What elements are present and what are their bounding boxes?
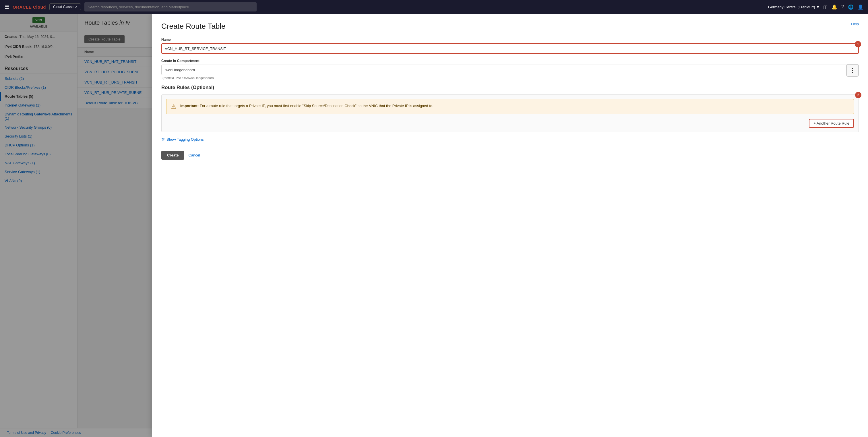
nav-icons: ◫ 🔔 ? 🌐 👤 [823,4,863,10]
globe-icon[interactable]: 🌐 [848,4,854,10]
route-rules-section: ⚠ Important: For a route rule that targe… [161,94,859,132]
name-input[interactable] [161,43,859,54]
tagging-icon: ⚒ [161,137,165,142]
important-alert: ⚠ Important: For a route rule that targe… [166,99,854,114]
modal-header: Create Route Table Help [161,22,859,31]
region-selector[interactable]: Germany Central (Frankfurt) ▼ [768,5,820,9]
help-icon[interactable]: ? [841,4,844,9]
user-avatar[interactable]: 👤 [858,4,863,10]
name-label: Name [161,38,859,42]
compartment-hint: (root)/NETWORK/IwanHoogendoorn [161,76,859,80]
chevron-down-icon: ▼ [816,5,820,9]
create-route-table-modal: Create Route Table Help Name 1 Create In… [152,14,868,437]
step-2-badge: 2 [855,92,861,98]
compartment-form-group: Create In Compartment IwanHoogendoorn (r… [161,59,859,80]
hamburger-menu[interactable]: ☰ [5,4,9,10]
nav-right: Germany Central (Frankfurt) ▼ ◫ 🔔 ? 🌐 👤 [768,4,863,10]
compartment-label: Create In Compartment [161,59,859,63]
modal-actions: Create Cancel [161,151,859,160]
add-rule-row: + Another Route Rule [166,119,854,128]
modal-help-link[interactable]: Help [851,22,859,26]
name-form-group: Name 1 [161,38,859,54]
top-navigation: ☰ ORACLE Cloud Cloud Classic > Germany C… [0,0,868,14]
warning-icon: ⚠ [171,103,176,110]
cancel-button[interactable]: Cancel [188,153,200,157]
step-1-badge: 1 [855,41,861,48]
cloud-classic-button[interactable]: Cloud Classic > [50,3,81,10]
show-tagging-link[interactable]: ⚒ Show Tagging Options [161,137,859,142]
route-rules-title: Route Rules (Optional) [161,85,859,90]
create-button[interactable]: Create [161,151,184,160]
compartment-grid-icon[interactable]: ⋮ [846,64,859,77]
oracle-logo: ORACLE Cloud [12,5,46,9]
terminal-icon[interactable]: ◫ [823,4,828,10]
search-input[interactable] [84,2,257,11]
bell-icon[interactable]: 🔔 [832,4,837,10]
alert-content: Important: For a route rule that targets… [180,103,433,110]
compartment-select[interactable]: IwanHoogendoorn [161,65,859,75]
add-route-rule-button[interactable]: + Another Route Rule [809,119,854,128]
modal-title: Create Route Table [161,22,226,31]
